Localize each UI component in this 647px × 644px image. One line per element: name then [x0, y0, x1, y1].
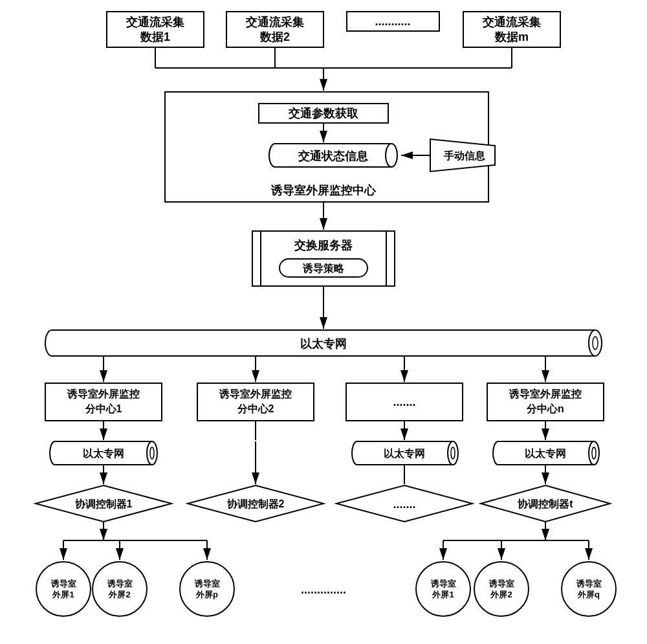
subcenter-dots-label: .......	[393, 395, 415, 408]
screen-left-p: 诱导室 外屏p	[180, 562, 234, 616]
screen-lp-line1: 诱导室	[194, 579, 220, 588]
ethernet-pipe-4: 以太专网	[493, 441, 599, 465]
monitoring-center-label: 诱导室外屏监控中心	[270, 184, 377, 197]
subcenter-1-line2: 分中心1	[85, 403, 122, 414]
manual-info-label: 手动信息	[443, 150, 486, 161]
ethernet-3-label: 以太专网	[384, 448, 425, 459]
svg-point-78	[474, 562, 529, 616]
exchange-server-box: 交换服务器 诱导策略	[252, 231, 395, 286]
architecture-diagram: 交通流采集 数据1 交通流采集 数据2 ........... 交通流采集 数据…	[0, 0, 647, 644]
screen-right-2: 诱导室 外屏2	[474, 562, 529, 616]
svg-point-58	[589, 441, 599, 465]
ethernet-main-pipe: 以太专网	[45, 330, 602, 356]
screen-rq-line1: 诱导室	[576, 579, 602, 588]
svg-point-76	[180, 562, 234, 616]
subcenter-n-line2: 分中心n	[526, 403, 564, 414]
screen-r2-line1: 诱导室	[488, 579, 514, 588]
screen-left-2: 诱导室 外屏2	[93, 562, 147, 616]
source-m-line1: 交通流采集	[482, 16, 541, 28]
exchange-server-label: 交换服务器	[294, 239, 353, 252]
source-box-2: 交通流采集 数据2	[226, 12, 324, 47]
subcenter-n: 诱导室外屏监控 分中心n	[487, 383, 604, 421]
param-acquisition-label: 交通参数获取	[288, 107, 359, 120]
subcenter-2-line2: 分中心2	[237, 403, 274, 414]
source-box-dots: ...........	[347, 12, 439, 31]
status-info-cylinder: 交通状态信息	[269, 144, 397, 167]
svg-point-28	[589, 330, 602, 356]
source-dots: ...........	[375, 15, 410, 28]
svg-point-52	[448, 441, 458, 465]
subcenter-n-line1: 诱导室外屏监控	[509, 388, 582, 399]
svg-point-79	[562, 562, 616, 616]
monitoring-center-box: 交通参数获取 交通状态信息 手动信息 诱导室外屏监控中心	[165, 92, 495, 202]
screen-l2-line2: 外屏2	[108, 590, 130, 599]
controller-2: 协调控制器2	[188, 485, 324, 522]
svg-point-74	[36, 562, 91, 616]
ethernet-1-label: 以太专网	[83, 448, 124, 459]
manual-info-trapezoid: 手动信息	[430, 139, 495, 172]
screen-left-1: 诱导室 外屏1	[36, 562, 91, 616]
screen-lp-line2: 外屏p	[195, 590, 218, 599]
ethernet-pipe-3: 以太专网	[352, 441, 458, 465]
source-2-line1: 交通流采集	[245, 16, 304, 28]
svg-point-46	[147, 441, 157, 465]
controller-t-label: 协调控制器t	[517, 498, 573, 509]
screen-right-q: 诱导室 外屏q	[562, 562, 616, 616]
screen-r2-line2: 外屏2	[490, 590, 512, 599]
subcenter-2: 诱导室外屏监控 分中心2	[197, 383, 314, 421]
controller-2-label: 协调控制器2	[226, 498, 285, 509]
screens-dots: ..............	[301, 583, 346, 596]
subcenter-1-line1: 诱导室外屏监控	[67, 388, 140, 399]
subcenter-dots: .......	[346, 383, 463, 421]
ethernet-main-label: 以太专网	[300, 337, 347, 350]
source-box-1: 交通流采集 数据1	[107, 12, 204, 47]
ethernet-pipe-1: 以太专网	[50, 441, 157, 465]
source-box-m: 交通流采集 数据m	[463, 12, 560, 47]
screen-r1-line2: 外屏1	[432, 590, 454, 599]
source-1-line2: 数据1	[140, 30, 170, 43]
screen-l2-line1: 诱导室	[107, 579, 133, 588]
controller-dots-label: .......	[393, 498, 415, 511]
svg-point-77	[416, 562, 470, 616]
subcenter-1: 诱导室外屏监控 分中心1	[45, 383, 162, 421]
controller-1: 协调控制器1	[36, 485, 171, 522]
status-info-label: 交通状态信息	[298, 150, 368, 162]
controller-1-label: 协调控制器1	[74, 498, 133, 509]
svg-point-75	[93, 562, 147, 616]
controller-dots: .......	[336, 485, 472, 522]
strategy-label: 诱导策略	[302, 263, 345, 274]
source-1-line1: 交通流采集	[126, 16, 184, 28]
screen-right-1: 诱导室 外屏1	[416, 562, 470, 616]
controller-t: 协调控制器t	[481, 485, 610, 522]
subcenter-2-line1: 诱导室外屏监控	[219, 388, 292, 399]
source-2-line2: 数据2	[259, 30, 290, 43]
screen-r1-line1: 诱导室	[430, 579, 456, 588]
screen-rq-line2: 外屏q	[577, 590, 600, 599]
ethernet-4-label: 以太专网	[525, 448, 566, 459]
source-m-line2: 数据m	[494, 30, 529, 43]
screen-l1-line2: 外屏1	[52, 590, 74, 599]
svg-point-16	[386, 144, 397, 167]
screen-l1-line1: 诱导室	[50, 579, 76, 588]
